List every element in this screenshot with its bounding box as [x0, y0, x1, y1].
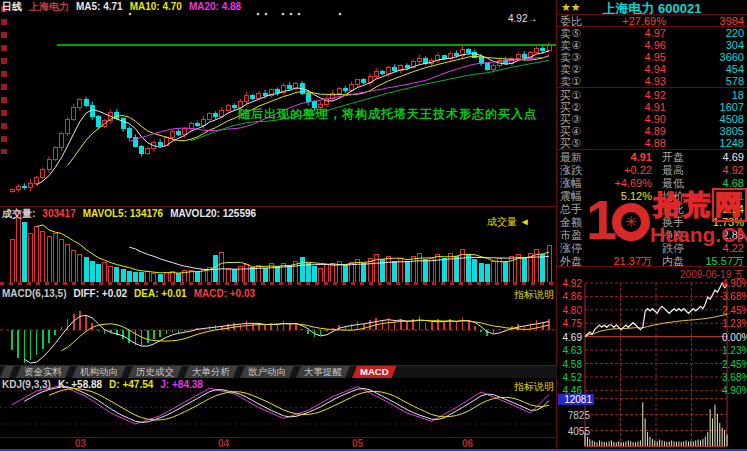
pane-divider-dashed: [0, 282, 557, 285]
intraday-price-label: 4.86: [558, 291, 582, 302]
info-label: 涨跌: [557, 164, 592, 177]
divider: [557, 14, 747, 15]
ask-row[interactable]: 卖④4.96304: [557, 39, 747, 51]
stock-app-window: 日线上海电力MA5: 4.71MA10: 4.70MA20: 4.88 成交量:…: [0, 0, 747, 451]
macd-pane-tag[interactable]: 指标说明: [514, 290, 554, 300]
vol-item: MAVOL5: 134176: [83, 208, 163, 220]
bid-row[interactable]: 买④4.893805: [557, 125, 747, 137]
info-value: 4.91: [592, 151, 652, 164]
ask-row[interactable]: 卖①4.93578: [557, 75, 747, 87]
macd-item: MACD: +0.03: [194, 288, 255, 300]
site-watermark: 1 ✳ 拾荒网 Huang.CN: [586, 190, 747, 266]
weibi-label: 委比: [557, 15, 594, 26]
ma-item: 上海电力: [29, 1, 69, 13]
chart-annotation: 随后出现的整理，将构成托塔天王技术形态的买入点: [238, 106, 537, 123]
level-qty: 3660: [666, 51, 747, 63]
intraday-price-label: 4.52: [558, 372, 582, 383]
info-value: +0.22: [592, 164, 652, 177]
intraday-price-label: 4.58: [558, 359, 582, 370]
level-qty: 3805: [666, 125, 747, 137]
intraday-vol-label: 7825: [558, 410, 590, 421]
intraday-price-label: 4.75: [558, 318, 582, 329]
level-label: 买③: [557, 113, 594, 125]
intraday-pct-label: 3.68%: [722, 291, 746, 302]
tab-item[interactable]: 散户动向: [240, 366, 294, 378]
macd-item: MACD(6,13,5): [2, 288, 66, 300]
tab-stub[interactable]: [0, 366, 14, 378]
level-price: 4.96: [594, 39, 666, 51]
intraday-price-label: 4.69: [558, 332, 582, 343]
info-value: 4.92: [696, 164, 747, 177]
divider: [557, 149, 747, 150]
kdj-item: D: +47.54: [109, 379, 153, 391]
intraday-pct-label: 1.23%: [722, 345, 746, 356]
level-qty: 4508: [666, 113, 747, 125]
intraday-pct-label: 0.00%: [722, 332, 746, 343]
intraday-price-label: 4.80: [558, 305, 582, 316]
divider: [557, 266, 747, 267]
intraday-pct-label: 2.45%: [722, 359, 746, 370]
vol-item: 303417: [42, 208, 75, 220]
level-label: 买②: [557, 101, 594, 113]
level-price: 4.93: [594, 75, 666, 87]
tab-macd-active[interactable]: MACD: [352, 366, 397, 378]
watermark-boxed-char: 网: [712, 188, 747, 222]
tab-item[interactable]: 大单分析: [184, 366, 238, 378]
tab-item[interactable]: 大事提醒: [296, 366, 350, 378]
main-chart-readout: 日线上海电力MA5: 4.71MA10: 4.70MA20: 4.88: [2, 1, 241, 13]
level-label: 卖②: [557, 63, 594, 75]
left-toolbar-strip: [1, 6, 7, 154]
level-qty: 220: [666, 27, 747, 39]
info-label: 最高: [662, 164, 696, 177]
tab-item[interactable]: 历史成交: [128, 366, 182, 378]
level-label: 卖④: [557, 39, 594, 51]
kdj-item: K: +58.88: [58, 379, 102, 391]
ask-row[interactable]: 卖②4.94454: [557, 63, 747, 75]
ma-item: 日线: [2, 1, 22, 13]
price-marker-label: 4.92→: [508, 13, 537, 24]
intraday-vol-label: 4055: [558, 426, 590, 437]
bid-row[interactable]: 买⑤4.881248: [557, 137, 747, 149]
info-row: 最新4.91开盘4.69: [557, 151, 747, 164]
volume-pane-tag[interactable]: 成交量 ◄: [487, 217, 530, 227]
macd-item: DIFF: +0.02: [73, 288, 127, 300]
ask-row[interactable]: 卖③4.953660: [557, 51, 747, 63]
vol-item: 成交量:: [2, 208, 35, 220]
level-qty: 1607: [666, 101, 747, 113]
ma-item: MA5: 4.71: [76, 1, 123, 13]
tab-item[interactable]: 资金实料: [16, 366, 70, 378]
daily-candlestick-chart[interactable]: [0, 0, 557, 207]
weibi-value: +27.69%: [594, 15, 666, 26]
level-qty: 578: [666, 75, 747, 87]
ma-item: MA20: 4.88: [189, 1, 241, 13]
level-qty: 304: [666, 39, 747, 51]
intraday-price-label: 4.92: [558, 278, 582, 289]
level-price: 4.90: [594, 113, 666, 125]
tab-item[interactable]: 机构动向: [72, 366, 126, 378]
bid-row[interactable]: 买③4.904508: [557, 113, 747, 125]
level-price: 4.97: [594, 27, 666, 39]
info-label: 开盘: [662, 151, 696, 164]
month-label: 05: [352, 438, 363, 449]
month-label: 04: [218, 438, 229, 449]
watermark-site-en: Huang.CN: [650, 223, 747, 247]
level-label: 买①: [557, 89, 594, 101]
watermark-cn-text: 拾荒: [654, 190, 712, 220]
volume-readout: 成交量:303417MAVOL5: 134176MAVOL20: 125596: [2, 208, 256, 220]
info-row: 涨跌+0.22最高4.92: [557, 164, 747, 177]
level-price: 4.89: [594, 125, 666, 137]
intraday-vol-label: 12081: [558, 394, 594, 405]
kdj-item: J: +84.38: [160, 379, 203, 391]
macd-readout: MACD(6,13,5)DIFF: +0.02DEA: +0.01MACD: +…: [2, 288, 255, 300]
level-label: 卖③: [557, 51, 594, 63]
ask-row[interactable]: 卖⑤4.97220: [557, 27, 747, 39]
kdj-pane-tag[interactable]: 指标说明: [514, 382, 554, 392]
bid-row[interactable]: 买②4.911607: [557, 101, 747, 113]
bid-row[interactable]: 买①4.9218: [557, 89, 747, 101]
level-price: 4.95: [594, 51, 666, 63]
intraday-pct-label: 4.90%: [722, 385, 746, 396]
weibi-row: 委比 +27.69% 3984: [557, 15, 747, 26]
info-label: 最新: [557, 151, 592, 164]
level-qty: 1248: [666, 137, 747, 149]
level-qty: 454: [666, 63, 747, 75]
